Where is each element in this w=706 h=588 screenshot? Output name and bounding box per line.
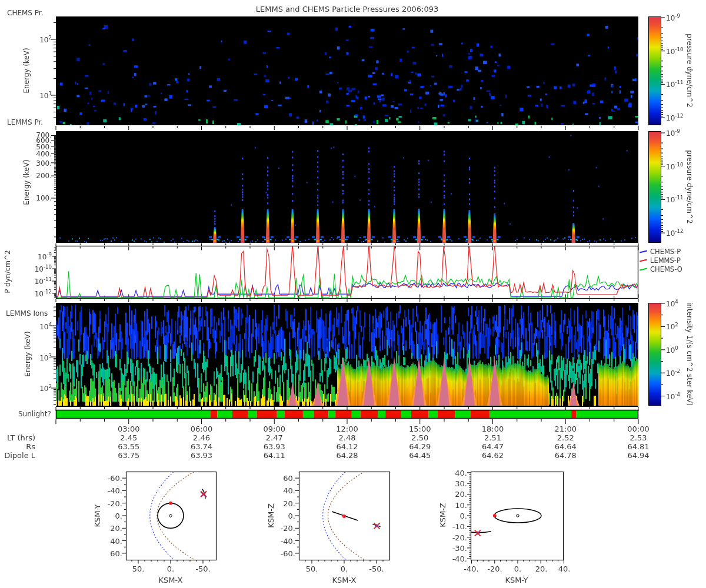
orbit3-ytick-label: 0. <box>460 512 467 520</box>
orbit1-xtick-label: 0. <box>167 565 174 573</box>
dipole-l-value: 63.93 <box>191 452 212 459</box>
cb-intensity-tick-label: 100 <box>666 346 678 354</box>
cb-intensity-tick-label: 10-2 <box>666 369 680 377</box>
orbit2-ytick-label: 60. <box>283 475 295 482</box>
cb-pressure-mid-tick-label: 10-10 <box>666 162 683 171</box>
rs-value: 63.74 <box>191 443 212 450</box>
cb-intensity-tick-label: 102 <box>666 322 678 330</box>
plot-title: LEMMS and CHEMS Particle Pressures 2006:… <box>256 5 438 13</box>
row-label-dipole-l: Dipole L <box>4 452 35 459</box>
time-tick-label: 21:00 <box>555 425 577 433</box>
orbit2-ytick-label: 0. <box>288 512 295 520</box>
row-label-rs: Rs <box>26 443 35 450</box>
ions-ytick-label: 102 <box>39 384 52 392</box>
orbit1-ytick-label: -40. <box>108 487 122 495</box>
orbit3-ytick-label: -10. <box>452 523 467 530</box>
cb-pressure-top-tick-label: 10-9 <box>666 14 680 22</box>
dipole-l-value: 63.75 <box>118 452 139 459</box>
orbit1-ytick-label: 40. <box>110 537 122 545</box>
row-label-lt: LT (hrs) <box>7 434 35 442</box>
ions-energy-axis-label: Energy (keV) <box>24 331 31 376</box>
lt-value: 2.50 <box>411 434 428 442</box>
orbit1-ytick-label: -60. <box>108 475 122 482</box>
cb-intensity-tick-label: 104 <box>666 299 678 308</box>
orbit3-ytick-label: -20. <box>452 534 467 542</box>
orbit3-yaxis-label: KSM-Z <box>439 503 447 527</box>
cb-pressure-top-tick-label: 10-10 <box>666 47 683 55</box>
chems-ytick-label: 102 <box>39 35 52 44</box>
lemms-ytick-label: 100. <box>36 195 52 202</box>
chems-energy-axis-label: Energy (keV) <box>23 48 30 93</box>
rs-value: 64.81 <box>627 443 649 450</box>
orbit3-xtick-label: -20. <box>487 565 502 573</box>
dipole-l-value: 64.45 <box>409 452 431 459</box>
orbit3-ytick-label: -40. <box>452 555 467 563</box>
orbit-plot-ksmx-ksmz <box>299 472 389 560</box>
orbit1-ytick-label: 0. <box>115 512 122 520</box>
orbit1-ytick-label: 20. <box>110 524 122 532</box>
orbit2-xtick-label: 0. <box>341 565 348 573</box>
orbit3-ytick-label: 40. <box>455 469 467 477</box>
lt-value: 2.48 <box>339 434 356 442</box>
orbit3-ytick-label: -30. <box>452 544 467 552</box>
dipole-l-value: 64.62 <box>482 452 504 459</box>
ions-ytick-label: 104 <box>39 322 52 330</box>
colorbar-pressure-top-label: pressure dyne/cm^2 <box>686 34 693 107</box>
time-tick-label: 03:00 <box>118 425 139 433</box>
lemms-pressure-spectrogram-panel <box>56 131 638 243</box>
time-tick-label: 09:00 <box>264 425 285 433</box>
dipole-l-value: 64.11 <box>264 452 285 459</box>
orbit-plot-ksmy-ksmz <box>471 472 563 560</box>
orbit-plot-ksmx-ksmy <box>126 472 216 560</box>
orbit3-xtick-label: 20. <box>535 565 548 573</box>
dipole-l-value: 64.94 <box>627 452 649 459</box>
orbit1-xtick-label: -50. <box>195 565 210 573</box>
lemms-ytick-label: 200. <box>36 172 52 179</box>
plot-page: LEMMS and CHEMS Particle Pressures 2006:… <box>0 0 706 588</box>
time-tick-label: 18:00 <box>482 425 504 433</box>
orbit2-ytick-label: 40. <box>283 487 295 495</box>
chems-pressure-spectrogram-panel <box>56 16 638 125</box>
legend-item: CHEMS-O <box>640 265 682 273</box>
orbit2-xtick-label: -50. <box>369 565 384 573</box>
lemms-energy-axis-label: Energy (keV) <box>23 159 30 205</box>
orbit2-xtick-label: 50. <box>306 565 318 573</box>
orbit3-xtick-label: 0. <box>514 565 521 573</box>
orbit1-xaxis-label: KSM-X <box>159 576 183 584</box>
rs-value: 64.47 <box>482 443 504 450</box>
rs-value: 64.12 <box>336 443 358 450</box>
sunlight-label: Sunlight? <box>18 410 51 417</box>
lt-value: 2.52 <box>557 434 574 442</box>
lt-value: 2.46 <box>193 434 210 442</box>
cb-pressure-top-tick-label: 10-12 <box>666 113 683 122</box>
legend: CHEMS-PLEMMS-PCHEMS-O <box>640 247 682 273</box>
time-tick-label: 12:00 <box>336 425 358 433</box>
legend-line-swatch <box>640 259 647 262</box>
orbit2-ytick-label: -20. <box>281 524 295 532</box>
pressure-ytick-label: 10-9 <box>38 252 52 260</box>
legend-item: CHEMS-P <box>640 247 682 256</box>
rs-value: 63.93 <box>264 443 285 450</box>
colorbar-intensity-label: intensity 1/(s cm^2 ster keV) <box>686 302 693 406</box>
orbit2-xaxis-label: KSM-X <box>332 576 357 584</box>
panel-label-lemms-ions: LEMMS Ions <box>6 310 48 317</box>
panel-label-chems-pr: CHEMS Pr. <box>7 9 43 16</box>
orbit3-ytick-label: 20. <box>455 490 467 498</box>
lemms-ions-spectrogram-panel <box>56 303 638 406</box>
legend-label: LEMMS-P <box>650 256 681 265</box>
time-tick-label: 00:00 <box>627 425 649 433</box>
orbit1-ytick-label: -20. <box>108 500 122 507</box>
legend-line-swatch <box>640 250 647 253</box>
rs-value: 63.55 <box>118 443 139 450</box>
rs-value: 64.64 <box>555 443 577 450</box>
lt-value: 2.53 <box>630 434 647 442</box>
time-tick-label: 06:00 <box>191 425 212 433</box>
cb-pressure-top-tick-label: 10-11 <box>666 80 683 88</box>
pressure-axis-label: P dyn/cm^2 <box>4 250 11 293</box>
cb-pressure-mid-tick-label: 10-9 <box>666 129 680 137</box>
time-tick-label: 15:00 <box>409 425 431 433</box>
rs-value: 64.29 <box>409 443 431 450</box>
chems-ytick-label: 101 <box>39 91 52 99</box>
panel-label-lemms-pr: LEMMS Pr. <box>7 119 43 126</box>
lemms-ytick-label: 400. <box>36 151 52 158</box>
